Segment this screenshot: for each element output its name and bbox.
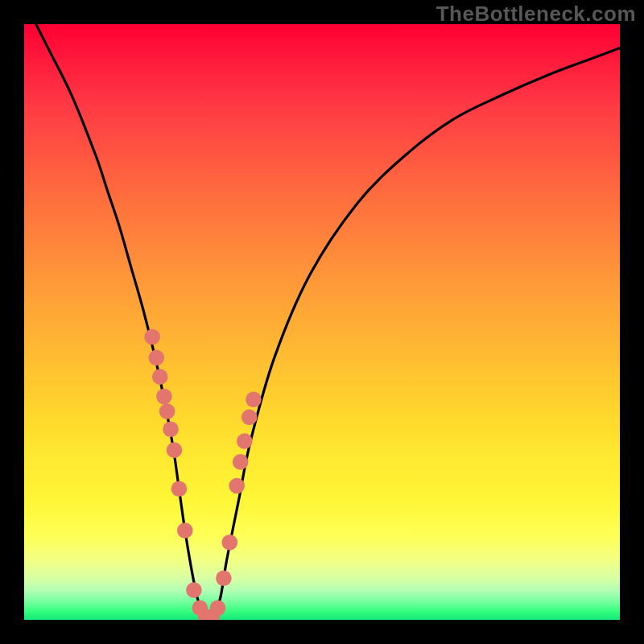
marker-dot bbox=[159, 403, 175, 419]
chart-frame: TheBottleneck.com bbox=[0, 0, 644, 644]
plot-area bbox=[24, 24, 620, 620]
marker-dot bbox=[210, 600, 226, 616]
marker-dot bbox=[242, 410, 258, 426]
marker-dot bbox=[186, 582, 202, 598]
marker-dot bbox=[167, 442, 183, 458]
marker-dot bbox=[222, 535, 238, 551]
bottleneck-curve bbox=[24, 24, 620, 620]
marker-dot bbox=[144, 329, 160, 345]
marker-dot bbox=[156, 389, 172, 405]
marker-dot bbox=[216, 570, 232, 586]
marker-dot bbox=[171, 481, 188, 497]
marker-dot bbox=[229, 478, 245, 494]
marker-dot bbox=[163, 421, 179, 437]
marker-dot bbox=[237, 433, 253, 449]
marker-dot bbox=[246, 391, 262, 407]
watermark-text: TheBottleneck.com bbox=[436, 2, 636, 27]
marker-dot bbox=[148, 350, 164, 366]
marker-dot bbox=[233, 454, 249, 470]
marker-dot bbox=[152, 369, 168, 385]
marker-dot bbox=[177, 522, 193, 539]
curve-svg bbox=[24, 24, 620, 620]
